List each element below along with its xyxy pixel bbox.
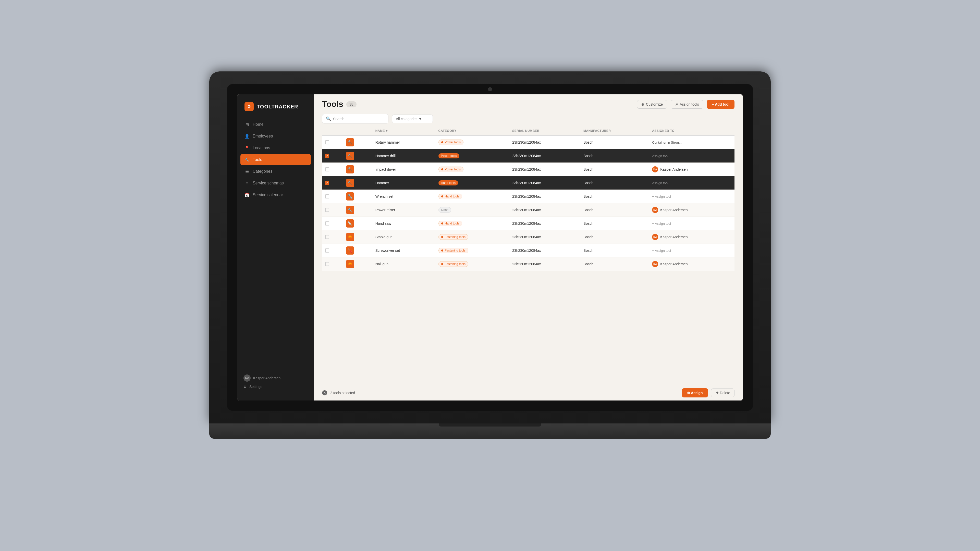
- search-input[interactable]: [333, 117, 385, 121]
- logo-text: TOOLTRACKER: [257, 104, 298, 110]
- add-tool-label: + Add tool: [712, 102, 729, 106]
- tool-name: Hand saw: [372, 217, 435, 230]
- assigned-label: Container in Stren...: [652, 141, 682, 144]
- assign-bottom-button[interactable]: ⊕ Assign: [682, 388, 708, 397]
- category-tag: Hand tools: [438, 221, 462, 226]
- serial-number: 23h230m12084ax: [509, 244, 580, 257]
- delete-bottom-button[interactable]: 🗑 Delete: [711, 389, 735, 397]
- tool-icon: 🔫: [346, 260, 354, 268]
- row-checkbox-cell: [322, 217, 343, 230]
- row-checkbox-cell: [322, 203, 343, 217]
- manufacturer: Bosch: [580, 176, 649, 190]
- sidebar-item-home-label: Home: [253, 122, 264, 127]
- col-icon: [343, 127, 372, 135]
- category-tag: Power tools: [438, 140, 464, 145]
- assign-link[interactable]: + Assign tool: [652, 249, 732, 252]
- sidebar-item-service-calendar-label: Service calendar: [253, 192, 283, 197]
- tool-name: Rotary hammer: [372, 135, 435, 149]
- row-checkbox[interactable]: [325, 208, 329, 212]
- table-row: 🪛 Screwdriver set Fastening tools 23h230…: [322, 244, 735, 257]
- table-body: 🔨 Rotary hammer Power tools 23h230m12084…: [322, 135, 735, 271]
- tool-name: Hammer: [372, 176, 435, 190]
- serial-number: 23h230m12084ax: [509, 203, 580, 217]
- sidebar-item-service-schemas[interactable]: ≡ Service schemas: [240, 178, 311, 189]
- clear-selection-button[interactable]: ✕: [322, 390, 327, 395]
- table-header: NAME ▾ CATEGORY SERIAL NUMBER MANUFACTUR…: [322, 127, 735, 135]
- count-badge: 38: [346, 101, 356, 107]
- home-icon: ⊞: [245, 122, 250, 127]
- row-checkbox[interactable]: [325, 235, 329, 239]
- page-title: Tools: [322, 100, 343, 109]
- service-schemas-icon: ≡: [245, 181, 250, 186]
- tool-name: Power mixer: [372, 203, 435, 217]
- row-checkbox[interactable]: ✓: [325, 154, 329, 158]
- sidebar-item-settings[interactable]: ⚙ Settings: [243, 385, 308, 389]
- assignee-avatar: KA: [652, 166, 658, 172]
- settings-icon: ⚙: [243, 385, 247, 389]
- table-row: 🔫 Nail gun Fastening tools 23h230m12084a…: [322, 257, 735, 271]
- manufacturer: Bosch: [580, 203, 649, 217]
- chevron-down-icon: ▾: [419, 117, 421, 121]
- row-checkbox-cell: [322, 244, 343, 257]
- sidebar-item-service-calendar[interactable]: 📅 Service calendar: [240, 189, 311, 200]
- category-select[interactable]: All categories ▾: [392, 114, 433, 123]
- tools-icon: 🔧: [245, 157, 250, 162]
- assign-link[interactable]: Assign tool: [652, 181, 668, 185]
- add-tool-button[interactable]: + Add tool: [707, 100, 735, 109]
- laptop-lid: ⚙ TOOLTRACKER ⊞ Home 👤 Employees: [209, 71, 771, 424]
- table-container: NAME ▾ CATEGORY SERIAL NUMBER MANUFACTUR…: [314, 127, 743, 385]
- category-label: All categories: [396, 117, 417, 121]
- bottom-bar: ✕ 2 tools selected ⊕ Assign 🗑 Delete: [314, 385, 743, 400]
- row-checkbox[interactable]: [325, 262, 329, 266]
- row-checkbox-cell: [322, 163, 343, 176]
- sidebar-item-locations[interactable]: 📍 Locations: [240, 142, 311, 154]
- tool-icon: 🪚: [346, 219, 354, 227]
- sidebar: ⚙ TOOLTRACKER ⊞ Home 👤 Employees: [237, 94, 314, 400]
- settings-label: Settings: [249, 385, 262, 389]
- row-checkbox[interactable]: [325, 194, 329, 198]
- assigned-name: Kasper Andersen: [660, 208, 687, 212]
- logo-area: ⚙ TOOLTRACKER: [237, 102, 314, 119]
- manufacturer: Bosch: [580, 163, 649, 176]
- row-checkbox-cell: [322, 135, 343, 149]
- tool-icon: 🔨: [346, 138, 354, 146]
- row-checkbox[interactable]: [325, 167, 329, 171]
- assign-link[interactable]: + Assign tool: [652, 195, 732, 198]
- customize-button[interactable]: ⊕ Customize: [637, 100, 667, 109]
- sidebar-item-home[interactable]: ⊞ Home: [240, 119, 311, 130]
- col-category: CATEGORY: [435, 127, 509, 135]
- assign-tools-button[interactable]: ↗ Assign tools: [671, 100, 703, 109]
- manufacturer: Bosch: [580, 230, 649, 244]
- sidebar-item-employees[interactable]: 👤 Employees: [240, 130, 311, 142]
- sidebar-item-locations-label: Locations: [253, 146, 270, 150]
- row-checkbox-cell: [322, 190, 343, 203]
- selection-info: ✕ 2 tools selected: [322, 390, 355, 395]
- col-assigned: ASSIGNED TO: [649, 127, 735, 135]
- avatar: KA: [243, 375, 251, 382]
- row-checkbox[interactable]: [325, 140, 329, 144]
- category-tag: Fastening tools: [438, 248, 468, 253]
- assign-tools-label: Assign tools: [679, 102, 699, 106]
- search-box[interactable]: 🔍: [322, 114, 388, 124]
- sidebar-item-categories[interactable]: ☰ Categories: [240, 166, 311, 177]
- manufacturer: Bosch: [580, 135, 649, 149]
- serial-number: 23h230m12084ax: [509, 230, 580, 244]
- assigned-cell: KAKasper Andersen: [652, 166, 732, 172]
- category-tag: None: [438, 207, 452, 213]
- assign-link[interactable]: Assign tool: [652, 154, 668, 158]
- table-row: 🪚 Hand saw Hand tools 23h230m12084ax Bos…: [322, 217, 735, 230]
- category-tag: Fastening tools: [438, 261, 468, 267]
- sidebar-item-tools-label: Tools: [253, 157, 262, 162]
- table-row: ✓ 🔨 Hammer drill Power tools 23h230m1208…: [322, 149, 735, 163]
- assign-link[interactable]: + Assign tool: [652, 222, 732, 225]
- table-row: 🔧 Power mixer None 23h230m12084ax Bosch …: [322, 203, 735, 217]
- sidebar-item-tools[interactable]: 🔧 Tools: [240, 154, 311, 165]
- row-checkbox[interactable]: [325, 221, 329, 225]
- locations-icon: 📍: [245, 145, 250, 151]
- row-checkbox[interactable]: ✓: [325, 181, 329, 185]
- col-name[interactable]: NAME ▾: [372, 127, 435, 135]
- sidebar-item-categories-label: Categories: [253, 169, 272, 174]
- camera-notch: [488, 87, 492, 91]
- row-checkbox[interactable]: [325, 248, 329, 252]
- manufacturer: Bosch: [580, 190, 649, 203]
